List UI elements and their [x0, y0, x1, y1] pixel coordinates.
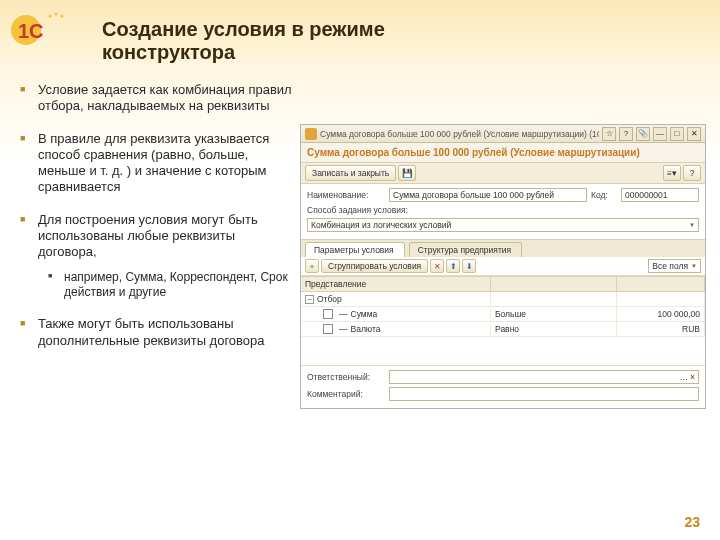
label-responsible: Ответственный: [307, 372, 385, 382]
bullet-2: В правиле для реквизита указывается спос… [18, 131, 292, 196]
app-window: Сумма договора больше 100 000 рублей (Ус… [300, 124, 706, 409]
bullet-1: Условие задается как комбинация правил о… [18, 82, 292, 115]
input-name[interactable]: Сумма договора больше 100 000 рублей [389, 188, 587, 202]
form-toolbar: Записать и закрыть 💾 ≡▾ ? [301, 162, 705, 184]
lookup-icon[interactable]: … [680, 372, 689, 382]
chevron-down-icon: ▼ [691, 263, 697, 269]
save-button[interactable]: 💾 [398, 165, 416, 181]
maximize-icon[interactable]: □ [670, 127, 684, 141]
checkbox-icon[interactable] [323, 324, 333, 334]
svg-text:1C: 1C [18, 20, 44, 42]
help-icon[interactable]: ? [619, 127, 633, 141]
input-responsible[interactable]: …× [389, 370, 699, 384]
menu-more-button[interactable]: ≡▾ [663, 165, 681, 181]
bullet-list: Условие задается как комбинация правил о… [18, 82, 292, 365]
label-name: Наименование: [307, 190, 385, 200]
grid-toolbar: ＋ Сгруппировать условия ✕ ⬆ ⬇ Все поля ▼ [301, 257, 705, 276]
tab-structure[interactable]: Структура предприятия [409, 242, 522, 257]
bullet-3: Для построения условия могут быть исполь… [18, 212, 292, 301]
slide-title: Создание условия в режиме конструктора [102, 18, 442, 64]
input-comment[interactable] [389, 387, 699, 401]
collapse-icon[interactable]: − [305, 295, 314, 304]
grid-body: −Отбор — Сумма Больше 100 000,00 — Валют… [301, 292, 705, 365]
window-title-text: Сумма договора больше 100 000 рублей (Ус… [320, 129, 599, 139]
tab-params[interactable]: Параметры условия [305, 242, 405, 257]
fav-icon[interactable]: ☆ [602, 127, 616, 141]
col-repr: Представление [301, 277, 491, 291]
col-op [491, 277, 617, 291]
svg-point-3 [55, 13, 58, 16]
title-line2: конструктора [102, 41, 442, 64]
move-up-icon[interactable]: ⬆ [446, 259, 460, 273]
save-close-button[interactable]: Записать и закрыть [305, 165, 396, 181]
input-code[interactable]: 000000001 [621, 188, 699, 202]
label-comment: Комментарий: [307, 389, 385, 399]
app-icon [305, 128, 317, 140]
grid-row[interactable]: — Валюта Равно RUB [301, 322, 705, 337]
pin-icon[interactable]: 📎 [636, 127, 650, 141]
view-dropdown[interactable]: Все поля ▼ [648, 259, 701, 273]
bullet-4: Также могут быть использованы дополнител… [18, 316, 292, 349]
form-title: Сумма договора больше 100 000 рублей (Ус… [301, 143, 705, 162]
label-code: Код: [591, 190, 617, 200]
page-number: 23 [684, 514, 700, 530]
dropdown-icon: ▼ [689, 222, 695, 228]
help-button[interactable]: ? [683, 165, 701, 181]
window-titlebar: Сумма договора больше 100 000 рублей (Ус… [301, 125, 705, 143]
input-genby[interactable]: Комбинация из логических условий ▼ [307, 218, 699, 232]
svg-point-2 [49, 15, 52, 18]
group-button[interactable]: Сгруппировать условия [321, 259, 428, 273]
grid-row[interactable]: −Отбор [301, 292, 705, 307]
delete-icon[interactable]: ✕ [430, 259, 444, 273]
grid-row[interactable]: — Сумма Больше 100 000,00 [301, 307, 705, 322]
title-line1: Создание условия в режиме [102, 18, 385, 40]
checkbox-icon[interactable] [323, 309, 333, 319]
tab-bar: Параметры условия Структура предприятия [301, 239, 705, 257]
add-icon[interactable]: ＋ [305, 259, 319, 273]
move-down-icon[interactable]: ⬇ [462, 259, 476, 273]
col-val [617, 277, 705, 291]
label-genby: Способ задания условия: [307, 205, 425, 215]
logo-1c: 1C [8, 8, 76, 58]
bullet-3a: например, Сумма, Корреспондент, Срок дей… [48, 270, 292, 300]
clear-icon[interactable]: × [690, 372, 695, 382]
close-icon[interactable]: ✕ [687, 127, 701, 141]
grid-header: Представление [301, 276, 705, 292]
svg-point-4 [61, 15, 64, 18]
minimize-icon[interactable]: — [653, 127, 667, 141]
